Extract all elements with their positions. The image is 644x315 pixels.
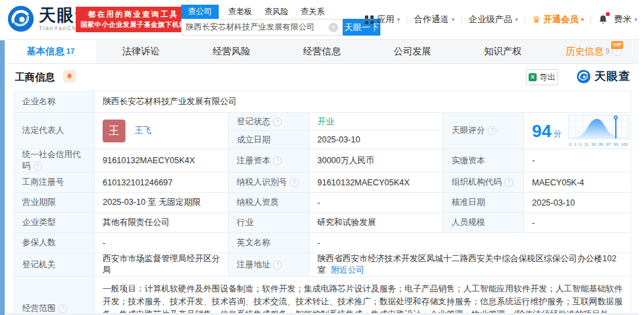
search-input[interactable] [182,23,329,32]
industry-label: 行业 [229,213,309,233]
avatar[interactable]: 王 [103,120,125,142]
watermark-logo-icon [576,69,591,84]
tab-legal-proceedings-label: 法律诉讼 [122,46,160,58]
table-row: 法定代表人 王 王飞 登记状态? 开业 天眼评分? 94 分 [14,113,631,131]
business-info-table: 企业名称 陕西长安芯材科技产业发展有限公司 法定代表人 王 王飞 登记状态? 开… [13,91,631,315]
table-row: 企业名称 陕西长安芯材科技产业发展有限公司 [14,91,631,113]
score-number: 94 [532,122,551,140]
tab-operating-risk-label: 经营风险 [213,46,250,58]
search-tab-boss[interactable]: 查老板 [228,6,252,17]
site-header: 天眼查 TianYanCha.com 都在用的商业查询工具 国家中小企业发展子基… [0,0,644,39]
nav-apps[interactable]: 应用 ▾ [365,13,400,26]
legal-rep-label: 法定代表人 [14,113,95,149]
reg-capital-value: 30000万人民币 [309,149,443,173]
tab-history-info[interactable]: VIP 历史信息 9 ? [548,40,639,63]
crown-icon: ♛ [532,14,541,25]
search-box: × [181,19,343,36]
business-scope-value: 一般项目：计算机软硬件及外围设备制造；软件开发；集成电路芯片设计及服务；电子产品… [95,277,631,315]
score-value-cell: 94 分 [524,113,631,149]
info-icon[interactable]: ? [488,126,496,135]
info-icon[interactable]: ? [34,162,42,171]
nav-user[interactable]: 费米 ▾ [614,13,637,26]
notification-bell-icon[interactable] [598,14,608,25]
nav-open-vip-label: 开通会员 [543,13,578,26]
notification-dot [606,12,610,16]
tab-company-development[interactable]: 公司发展 [367,40,458,63]
info-icon[interactable]: ? [290,178,299,187]
tab-operating-risk[interactable]: 经营风险 [186,40,277,63]
watermark-logo: 天眼查 [576,69,631,84]
industry-value: 研究和试验发展 [309,213,443,233]
tab-intellectual-property[interactable]: 知识产权 [458,40,548,63]
establish-date-value: 2025-03-10 [309,131,443,149]
chevron-down-icon: ▾ [515,16,519,23]
info-icon[interactable]: ? [273,261,282,269]
reg-authority-value: 西安市市场监督管理局经开区分局 [95,253,229,277]
clear-icon[interactable]: × [329,23,338,32]
nav-channel[interactable]: 合作通道 ▾ [414,13,455,26]
tab-history-info-count: 9 [606,47,610,55]
tab-legal-proceedings[interactable]: 法律诉讼 [96,40,186,63]
tab-history-info-label: 历史信息 [566,46,604,58]
section-header: 工商信息 X 导出 天眼查 [5,64,639,91]
info-icon[interactable]: ? [58,304,67,313]
nav-channel-label: 合作通道 [414,13,449,26]
reg-no-value: 610132101246697 [95,173,229,193]
nav-enterprise-products-label: 企业级产品 [469,13,513,26]
insured-value: - [95,233,229,253]
nav-enterprise-products[interactable]: 企业级产品 ▾ [469,13,519,26]
tab-operating-info[interactable]: 经营信息 [277,40,368,63]
company-tabbar: 基本信息 17 法律诉讼 经营风险 经营信息 公司发展 知识产权 VIP 历史信… [5,39,639,64]
reg-status-label: 登记状态? [229,113,309,131]
tab-intellectual-property-label: 知识产权 [484,46,522,58]
export-button[interactable]: X 导出 [526,69,558,85]
nav-separator [525,15,525,24]
info-icon[interactable]: ? [504,178,513,187]
search-tab-company[interactable]: 查公司 [181,5,219,19]
score-distribution-chart: 01 311 5086 9799 100 [568,115,629,147]
org-code-value: MAECY05K-4 [524,173,631,193]
promo-banner-line1: 都在用的商业查询工具 [80,9,186,19]
tab-operating-info-label: 经营信息 [303,46,341,58]
nav-open-vip[interactable]: ♛ 开通会员 ▾ [532,13,584,26]
address-label: 注册地址? [229,253,309,277]
legal-rep-link[interactable]: 王飞 [134,126,151,135]
search-tabs: 查公司 查老板 查风险 查关系 [181,5,337,19]
english-name-label: 英文名称 [229,233,309,253]
reg-authority-label: 登记机关 [14,253,95,277]
chevron-down-icon: ▾ [581,16,584,23]
info-icon[interactable]: ? [273,156,282,165]
nav-separator [407,15,407,24]
nav-apps-label: 应用 [377,13,394,26]
search-tab-relation[interactable]: 查关系 [301,6,325,17]
page: 天眼查 TianYanCha.com 都在用的商业查询工具 国家中小企业发展子基… [0,0,644,315]
nearby-companies-link[interactable]: 附近公司 [331,265,365,275]
username: 费米 [614,13,631,26]
search-tab-risk[interactable]: 查风险 [264,6,288,17]
reg-status-value: 开业 [309,113,443,131]
table-row: 参保人数 - 英文名称 - [14,233,631,253]
nav-separator [462,15,462,24]
reg-no-label: 工商注册号 [14,173,95,193]
promo-banner-line2: 国家中小企业发展子基金旗下机构 [80,19,186,30]
export-label: 导出 [539,72,555,83]
left-edge-strip [0,40,5,315]
tab-company-development-label: 公司发展 [394,46,431,58]
staff-size-value: - [524,213,631,233]
paid-capital-value: - [524,149,631,173]
insured-label: 参保人数 [14,233,95,253]
company-type-value: 其他有限责任公司 [95,213,229,233]
taxpayer-id-label: 纳税人识别号? [229,173,309,193]
establish-date-label: 成立日期 [229,131,309,149]
apps-grid-icon [365,15,374,24]
nav-separator [590,15,591,24]
excel-icon: X [529,73,537,81]
approve-date-value: 2025-03-10 [524,193,631,213]
term-value: 2025-03-10 至 无固定期限 [95,193,229,213]
info-icon[interactable]: ? [273,118,282,126]
tab-basic-info[interactable]: 基本信息 17 [5,40,96,63]
org-code-label: 组织机构代码? [443,173,524,193]
approve-date-label: 核准日期 [443,193,524,213]
monitor-bell-icon[interactable] [63,70,76,83]
paid-capital-label: 实缴资本 [443,149,524,173]
